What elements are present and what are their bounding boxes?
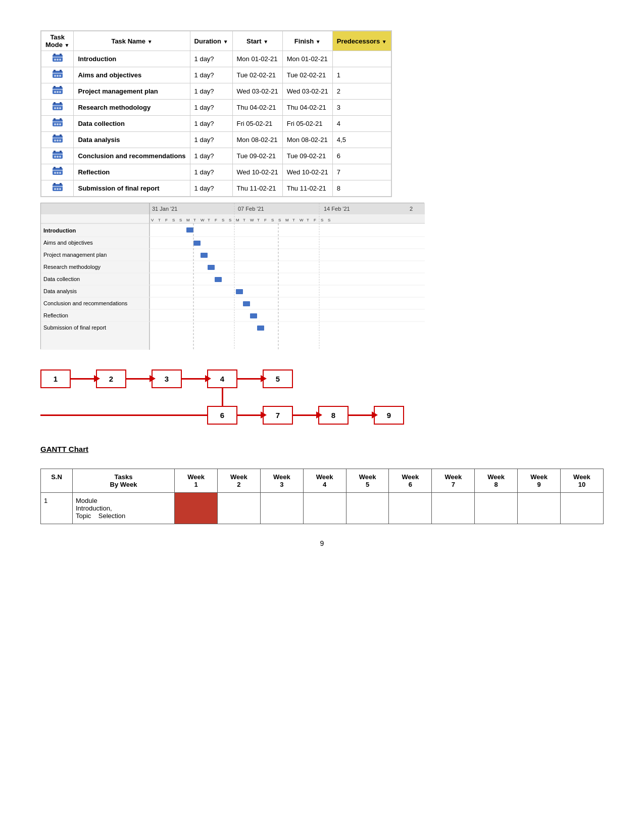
- flow-box-3: 3: [152, 369, 182, 388]
- svg-text:S: S: [278, 218, 281, 222]
- task-mode-cell: [41, 51, 74, 67]
- svg-point-54: [57, 172, 59, 174]
- svg-text:T: T: [257, 218, 260, 222]
- svg-point-53: [54, 172, 56, 174]
- svg-rect-113: [257, 326, 264, 331]
- svg-point-61: [57, 188, 59, 190]
- weekly-col-w3: Week3: [260, 469, 303, 493]
- start-cell: Fri 05-02-21: [232, 116, 282, 132]
- svg-text:W: W: [201, 218, 205, 222]
- svg-point-18: [54, 91, 56, 93]
- finish-cell: Thu 04-02-21: [282, 100, 332, 116]
- weekly-cell-w9: [518, 493, 561, 524]
- flow-box-6: 6: [207, 406, 237, 425]
- svg-point-55: [59, 172, 61, 174]
- svg-text:F: F: [314, 218, 316, 222]
- gc-task-3: Project management plan: [43, 252, 107, 258]
- weekly-col-w10: Week10: [560, 469, 603, 493]
- svg-point-13: [59, 75, 61, 77]
- gantt-chart-svg: 31 Jan '21 07 Feb '21 14 Feb '21 2 V T F…: [41, 203, 425, 350]
- gantt-row-9: Submission of final report1 day?Thu 11-0…: [41, 180, 391, 197]
- svg-rect-57: [54, 183, 56, 185]
- task-mode-cell: [41, 148, 74, 164]
- weekly-col-w2: Week2: [217, 469, 260, 493]
- task-mode-cell: [41, 164, 74, 180]
- task-mode-cell: [41, 132, 74, 148]
- gantt-table-section: TaskMode ▼ Task Name ▼ Duration ▼ Start …: [40, 30, 604, 203]
- svg-text:W: W: [300, 218, 304, 222]
- svg-rect-65: [41, 203, 425, 214]
- svg-point-48: [59, 156, 61, 158]
- col-task-name: Task Name ▼: [74, 31, 190, 51]
- predecessors-cell: 6: [332, 148, 391, 164]
- svg-rect-50: [54, 167, 56, 169]
- svg-point-5: [57, 59, 59, 61]
- svg-point-27: [59, 107, 61, 109]
- task-name-cell: Data analysis: [74, 132, 190, 148]
- task-name-cell: Data collection: [74, 116, 190, 132]
- gc-task-6: Data analysis: [43, 288, 77, 294]
- duration-cell: 1 day?: [190, 116, 232, 132]
- svg-point-33: [57, 123, 59, 125]
- svg-rect-99: [193, 241, 201, 246]
- weekly-col-w9: Week9: [518, 469, 561, 493]
- finish-cell: Fri 05-02-21: [282, 116, 332, 132]
- flow-box-7: 7: [263, 406, 293, 425]
- weekly-cell-w10: [560, 493, 603, 524]
- start-cell: Mon 08-02-21: [232, 132, 282, 148]
- svg-rect-37: [60, 134, 62, 136]
- finish-cell: Wed 03-02-21: [282, 83, 332, 100]
- duration-cell: 1 day?: [190, 164, 232, 180]
- svg-rect-97: [186, 227, 193, 233]
- weekly-col-w7: Week7: [432, 469, 475, 493]
- start-cell: Wed 03-02-21: [232, 83, 282, 100]
- gantt-task-table: TaskMode ▼ Task Name ▼ Duration ▼ Start …: [41, 31, 391, 197]
- task-name-cell: Conclusion and recommendations: [74, 148, 190, 164]
- svg-text:T: T: [193, 218, 196, 222]
- svg-rect-23: [60, 102, 62, 104]
- svg-point-41: [59, 140, 61, 142]
- duration-cell: 1 day?: [190, 132, 232, 148]
- svg-text:T: T: [243, 218, 245, 222]
- svg-rect-15: [54, 86, 56, 88]
- svg-rect-44: [60, 151, 62, 153]
- weekly-table-section: S.N TasksBy Week Week1 Week2 Week3 Week4…: [40, 469, 604, 524]
- svg-rect-105: [215, 277, 222, 282]
- weekly-cell-w6: [389, 493, 432, 524]
- weekly-col-w4: Week4: [303, 469, 346, 493]
- svg-rect-29: [54, 118, 56, 120]
- svg-point-60: [54, 188, 56, 190]
- weekly-row-1: 1 ModuleIntroduction,Topic Selection: [41, 493, 604, 524]
- svg-point-19: [57, 91, 59, 93]
- finish-cell: Wed 10-02-21: [282, 164, 332, 180]
- svg-text:M: M: [236, 218, 239, 222]
- weekly-cell-w2: [217, 493, 260, 524]
- task-name-cell: Introduction: [74, 51, 190, 67]
- col-duration: Duration ▼: [190, 31, 232, 51]
- predecessors-cell: 1: [332, 67, 391, 83]
- task-mode-cell: [41, 67, 74, 83]
- weekly-col-w8: Week8: [475, 469, 518, 493]
- svg-text:T: T: [158, 218, 161, 222]
- duration-cell: 1 day?: [190, 148, 232, 164]
- svg-rect-30: [60, 118, 62, 120]
- svg-point-25: [54, 107, 56, 109]
- weekly-table: S.N TasksBy Week Week1 Week2 Week3 Week4…: [40, 469, 604, 524]
- svg-point-39: [54, 140, 56, 142]
- flow-box-1: 1: [40, 369, 71, 388]
- svg-text:S: S: [222, 218, 224, 222]
- duration-cell: 1 day?: [190, 180, 232, 197]
- start-cell: Thu 04-02-21: [232, 100, 282, 116]
- svg-text:S: S: [328, 218, 330, 222]
- flow-box-9: 9: [374, 406, 404, 425]
- gantt-chart-label: GANTT Chart: [40, 445, 604, 453]
- start-cell: Thu 11-02-21: [232, 180, 282, 197]
- svg-point-34: [59, 123, 61, 125]
- gantt-row-6: Data analysis1 day?Mon 08-02-21Mon 08-02…: [41, 132, 391, 148]
- svg-point-40: [57, 140, 59, 142]
- gc-task-8: Reflection: [43, 312, 68, 318]
- month-label-2: 07 Feb '21: [238, 206, 264, 212]
- gantt-row-1: Introduction1 day?Mon 01-02-21Mon 01-02-…: [41, 51, 391, 67]
- svg-rect-58: [60, 183, 62, 185]
- task-mode-cell: [41, 116, 74, 132]
